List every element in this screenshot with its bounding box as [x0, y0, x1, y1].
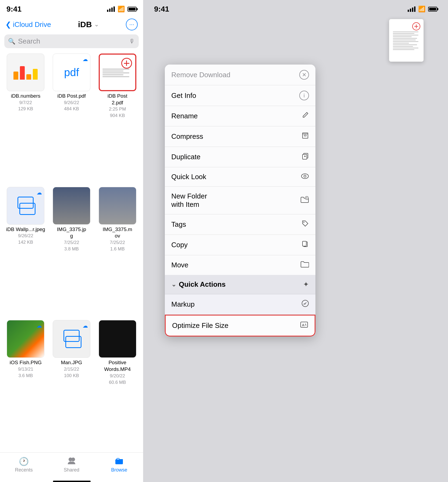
- menu-item-quick-look[interactable]: Quick Look: [165, 167, 315, 187]
- tab-indicator: [53, 481, 91, 482]
- eye-icon: [301, 173, 309, 181]
- file-item[interactable]: ☁ Man.JPG 2/15/22 100 KB: [50, 320, 93, 450]
- tag-icon: [301, 220, 309, 229]
- file-date: 2/15/22: [64, 366, 79, 373]
- cloud-badge-icon: ☁: [37, 189, 42, 196]
- file-date: 9/13/21: [18, 366, 33, 373]
- wallpaper-icon: [62, 330, 81, 348]
- quick-actions-section: ⌄ Quick Actions ✦ Markup Optimize File S…: [165, 275, 315, 336]
- optimize-label: Optimize File Size: [172, 321, 229, 330]
- context-menu: Remove Download ✕ Get Info i Rename Comp…: [165, 65, 315, 336]
- tags-label: Tags: [171, 220, 186, 229]
- menu-item-get-info[interactable]: Get Info i: [165, 85, 315, 106]
- tab-recents[interactable]: 🕐 Recents: [0, 453, 48, 477]
- file-size: 1.6 MB: [110, 246, 125, 252]
- status-icons-right: 📶: [408, 6, 437, 13]
- menu-item-new-folder[interactable]: New Folderwith Item: [165, 187, 315, 214]
- photo-thumbnail: [99, 320, 136, 357]
- file-preview-thumbnail: [389, 19, 424, 62]
- rename-label: Rename: [171, 112, 198, 120]
- file-item[interactable]: iDB.numbers 9/7/22 129 KB: [4, 54, 47, 184]
- markup-label: Markup: [171, 300, 195, 309]
- menu-item-optimize-file-size[interactable]: Optimize File Size A A: [165, 315, 315, 336]
- file-item[interactable]: ☁ pdf iDB Post.pdf 9/26/22 484 KB: [50, 54, 93, 184]
- status-bar-right: 9:41 📶: [143, 0, 448, 15]
- copy-label: Copy: [171, 241, 188, 249]
- get-info-label: Get Info: [171, 91, 196, 100]
- file-item[interactable]: IMG_3375.mov 7/25/22 1.6 MB: [96, 187, 139, 317]
- file-thumbnail: [53, 187, 90, 225]
- menu-item-tags[interactable]: Tags: [165, 214, 315, 235]
- file-date: 9/26/22: [18, 233, 33, 239]
- file-thumbnail-selected: [99, 54, 136, 91]
- back-button[interactable]: ❮ iCloud Drive: [5, 20, 51, 29]
- search-bar[interactable]: 🔍 Search 🎙: [4, 34, 139, 48]
- new-folder-label: New Folderwith Item: [171, 192, 207, 209]
- file-date: 2:25 PM: [109, 106, 126, 112]
- folder-icon: [300, 261, 309, 270]
- tab-shared[interactable]: Shared: [48, 453, 95, 477]
- copy-icon: [301, 240, 309, 250]
- tab-shared-label: Shared: [64, 467, 79, 473]
- file-thumbnail: ☁: [53, 320, 90, 358]
- menu-item-duplicate[interactable]: Duplicate: [165, 147, 315, 167]
- file-date: 7/25/22: [64, 239, 79, 246]
- mic-icon[interactable]: 🎙: [129, 38, 135, 45]
- signal-icon: [107, 6, 115, 12]
- nav-title-area: iDB ⌄: [78, 20, 99, 29]
- search-input[interactable]: Search: [18, 37, 126, 45]
- archive-icon: [301, 132, 309, 141]
- file-thumbnail: ☁: [7, 187, 44, 225]
- tab-browse[interactable]: Browse: [95, 453, 143, 477]
- file-item[interactable]: Positive Words.MP4 9/20/22 60.6 MB: [96, 320, 139, 450]
- file-name: Positive Words.MP4: [96, 359, 139, 373]
- file-item[interactable]: IMG_3375.jpg 7/25/22 3.8 MB: [50, 187, 93, 317]
- markup-icon: [301, 300, 309, 309]
- optimize-icon: A A: [300, 321, 308, 330]
- file-thumbnail: [99, 320, 136, 358]
- file-size: 142 KB: [18, 239, 33, 246]
- file-name: iDB Wallp...r.jpeg: [6, 226, 45, 233]
- chevron-down-icon[interactable]: ⌄: [94, 21, 99, 28]
- shared-icon: [67, 457, 76, 466]
- svg-rect-2: [115, 459, 123, 464]
- menu-item-remove-download[interactable]: Remove Download ✕: [165, 65, 315, 85]
- file-item[interactable]: ☁ iOS Fish.PNG 9/13/21 3.6 MB: [4, 320, 47, 450]
- pdf-label: pdf: [64, 66, 79, 79]
- file-date: 9/20/22: [110, 373, 125, 379]
- cloud-badge-icon: ☁: [83, 322, 88, 329]
- compress-label: Compress: [171, 132, 203, 141]
- file-size: 60.6 MB: [109, 379, 126, 386]
- more-button[interactable]: ···: [126, 19, 138, 30]
- file-size: 3.6 MB: [18, 373, 33, 379]
- quick-actions-header[interactable]: ⌄ Quick Actions ✦: [165, 275, 315, 294]
- chevron-down-icon: ⌄: [171, 281, 176, 288]
- pencil-icon: [301, 111, 309, 121]
- battery-icon-right: [428, 7, 437, 12]
- pdf-preview: [100, 55, 135, 90]
- file-size: 484 KB: [64, 106, 79, 112]
- file-item-selected[interactable]: iDB Post2.pdf 2:25 PM 904 KB: [96, 54, 139, 184]
- photo-thumbnail: [53, 187, 90, 224]
- move-label: Move: [171, 261, 189, 269]
- tab-recents-label: Recents: [15, 467, 33, 473]
- cloud-badge-icon: ☁: [37, 322, 42, 329]
- menu-item-compress[interactable]: Compress: [165, 126, 315, 147]
- quick-actions-title: ⌄ Quick Actions: [171, 280, 226, 289]
- sparkle-icon: ✦: [303, 280, 309, 289]
- menu-item-move[interactable]: Move: [165, 255, 315, 275]
- bottom-tabs: 🕐 Recents Shared Browse: [0, 452, 143, 482]
- time-right: 9:41: [154, 5, 169, 13]
- right-panel: 9:41 📶: [143, 0, 448, 482]
- file-size: 904 KB: [110, 112, 125, 119]
- svg-rect-5: [304, 135, 306, 136]
- duplicate-icon: [301, 152, 309, 162]
- svg-point-15: [303, 222, 304, 223]
- menu-item-copy[interactable]: Copy: [165, 235, 315, 255]
- svg-rect-17: [303, 241, 306, 246]
- menu-item-rename[interactable]: Rename: [165, 106, 315, 126]
- file-thumbnail: [7, 54, 44, 91]
- file-item[interactable]: ☁ iDB Wallp...r.jpeg 9/26/22 142 KB: [4, 187, 47, 317]
- menu-item-markup[interactable]: Markup: [165, 294, 315, 315]
- quick-look-label: Quick Look: [171, 173, 206, 181]
